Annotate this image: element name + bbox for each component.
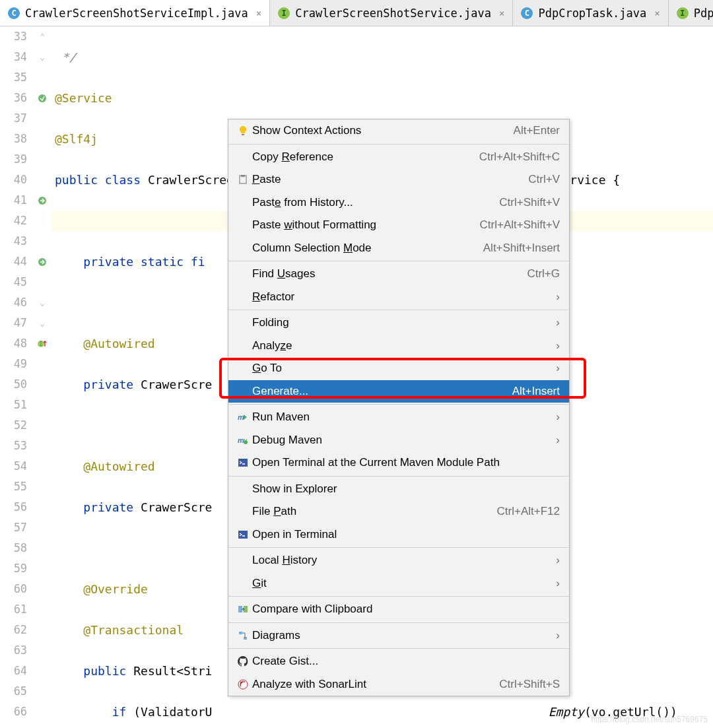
editor-tabs: C CrawlerScreenShotServiceImpl.java × I … [0, 0, 713, 26]
chevron-right-icon: › [549, 316, 560, 329]
menu-item-generate[interactable]: Generate...Alt+Insert [228, 380, 569, 403]
menu-item-local-history[interactable]: Local History› [228, 549, 569, 572]
diagram-icon [235, 630, 251, 641]
menu-item-diagrams[interactable]: Diagrams› [228, 624, 569, 647]
menu-item-folding[interactable]: Folding› [228, 312, 569, 335]
menu-item-label: Copy Reference [251, 150, 479, 164]
menu-item-label: Column Selection Mode [251, 242, 483, 255]
menu-item-shortcut: Alt+Shift+Insert [483, 242, 560, 255]
svg-rect-12 [238, 531, 248, 539]
implements-icon[interactable] [37, 257, 48, 267]
svg-rect-11 [238, 459, 248, 467]
menu-separator [228, 310, 569, 310]
menu-item-refactor[interactable]: Refactor› [228, 286, 569, 309]
menu-item-shortcut: Ctrl+Shift+V [499, 196, 560, 209]
line-number-gutter: 33 34 35 36 37 38 39 40 41 42 43 44 45 4… [0, 26, 34, 728]
tab-label: CrawlerScreenShotService.java [295, 7, 491, 20]
menu-item-create-gist[interactable]: Create Gist... [228, 650, 569, 673]
menu-item-label: Debug Maven [251, 434, 549, 447]
menu-separator [228, 547, 569, 548]
svg-text:m: m [238, 413, 244, 421]
class-icon: C [521, 7, 533, 19]
menu-item-debug-maven[interactable]: mDebug Maven› [228, 429, 569, 452]
menu-item-label: Analyze [251, 339, 549, 352]
close-icon[interactable]: × [256, 8, 261, 18]
override-icon[interactable] [37, 93, 48, 104]
menu-item-label: Show in Explorer [251, 482, 560, 496]
menu-item-shortcut: Ctrl+Alt+F12 [497, 505, 560, 518]
fold-up-icon[interactable]: ⌃ [40, 32, 45, 42]
context-menu: Show Context ActionsAlt+EnterCopy Refere… [228, 119, 570, 696]
close-icon[interactable]: × [654, 8, 660, 18]
chevron-right-icon: › [549, 339, 560, 352]
menu-item-label: Go To [251, 362, 549, 375]
tab-label: PdpCropTask.java [538, 7, 646, 20]
fold-start-icon[interactable]: ⌄ [40, 298, 45, 308]
menu-item-paste[interactable]: PasteCtrl+V [228, 168, 569, 191]
interface-icon: I [278, 7, 290, 19]
gutter-override-up-icon[interactable]: I [37, 339, 48, 349]
menu-item-label: Paste without Formatting [251, 218, 480, 232]
gutter-icons: ⌃ ⌄ ⌄ ⌄ I [34, 26, 51, 728]
menu-item-show-in-explorer[interactable]: Show in Explorer [228, 478, 569, 501]
menu-item-analyze[interactable]: Analyze› [228, 335, 569, 358]
menu-separator [228, 144, 569, 145]
menu-item-label: Find Usages [251, 267, 527, 281]
menu-item-shortcut: Ctrl+Alt+Shift+C [479, 150, 560, 164]
menu-separator [228, 622, 569, 623]
menu-item-compare-with-clipboard[interactable]: Compare with Clipboard [228, 598, 569, 621]
menu-item-shortcut: Alt+Insert [512, 385, 560, 398]
fold-start-icon[interactable]: ⌄ [40, 318, 45, 328]
implements-icon[interactable] [37, 195, 48, 206]
fold-start-icon[interactable]: ⌄ [40, 52, 45, 62]
terminal-icon [235, 457, 251, 468]
chevron-right-icon: › [549, 554, 560, 567]
maven-run-icon: m [235, 411, 251, 423]
menu-item-shortcut: Ctrl+Shift+S [499, 678, 560, 691]
menu-item-shortcut: Alt+Enter [514, 124, 560, 137]
chevron-right-icon: › [549, 362, 560, 375]
svg-text:I: I [40, 341, 43, 347]
menu-item-column-selection-mode[interactable]: Column Selection ModeAlt+Shift+Insert [228, 237, 569, 260]
svg-rect-5 [242, 134, 244, 135]
menu-item-file-path[interactable]: File PathCtrl+Alt+F12 [228, 500, 569, 523]
watermark-text: https://blog.csdn.net/sun5769675 [591, 715, 708, 724]
tab-file-3[interactable]: I PdpCrop [669, 0, 713, 26]
chevron-right-icon: › [549, 411, 560, 424]
menu-item-label: Refactor [251, 290, 549, 304]
tab-label: CrawlerScreenShotServiceImpl.java [25, 7, 248, 20]
menu-item-label: Analyze with SonarLint [251, 678, 499, 691]
menu-item-copy-reference[interactable]: Copy ReferenceCtrl+Alt+Shift+C [228, 146, 569, 169]
menu-item-label: Show Context Actions [251, 124, 514, 137]
menu-item-find-usages[interactable]: Find UsagesCtrl+G [228, 263, 569, 286]
svg-text:m: m [238, 436, 244, 444]
menu-item-show-context-actions[interactable]: Show Context ActionsAlt+Enter [228, 119, 569, 143]
menu-separator [228, 648, 569, 649]
menu-item-git[interactable]: Git› [228, 572, 569, 595]
menu-item-analyze-with-sonarlint[interactable]: Analyze with SonarLintCtrl+Shift+S [228, 673, 569, 696]
svg-point-10 [244, 440, 248, 444]
menu-item-label: Diagrams [251, 629, 549, 642]
chevron-right-icon: › [549, 434, 560, 447]
menu-item-label: Paste from History... [251, 196, 499, 209]
paste-icon [235, 174, 251, 185]
chevron-right-icon: › [549, 290, 560, 304]
close-icon[interactable]: × [499, 8, 504, 18]
class-icon: C [8, 7, 20, 19]
menu-item-run-maven[interactable]: mRun Maven› [228, 406, 569, 429]
svg-point-0 [38, 94, 46, 102]
menu-item-paste-without-formatting[interactable]: Paste without FormattingCtrl+Alt+Shift+V [228, 214, 569, 237]
menu-item-open-terminal-at-the-current-maven-module-path[interactable]: Open Terminal at the Current Maven Modul… [228, 451, 569, 475]
menu-item-paste-from-history[interactable]: Paste from History...Ctrl+Shift+V [228, 191, 569, 215]
menu-item-label: Create Gist... [251, 655, 560, 668]
menu-item-go-to[interactable]: Go To› [228, 357, 569, 380]
tab-label: PdpCrop [694, 7, 713, 20]
tab-file-0[interactable]: C CrawlerScreenShotServiceImpl.java × [0, 0, 270, 26]
tab-file-2[interactable]: C PdpCropTask.java × [513, 0, 668, 26]
github-icon [235, 656, 251, 667]
menu-item-label: Paste [251, 173, 528, 186]
menu-item-open-in-terminal[interactable]: Open in Terminal [228, 523, 569, 546]
tab-file-1[interactable]: I CrawlerScreenShotService.java × [270, 0, 513, 26]
menu-item-label: Open in Terminal [251, 528, 560, 541]
svg-rect-15 [239, 632, 242, 634]
